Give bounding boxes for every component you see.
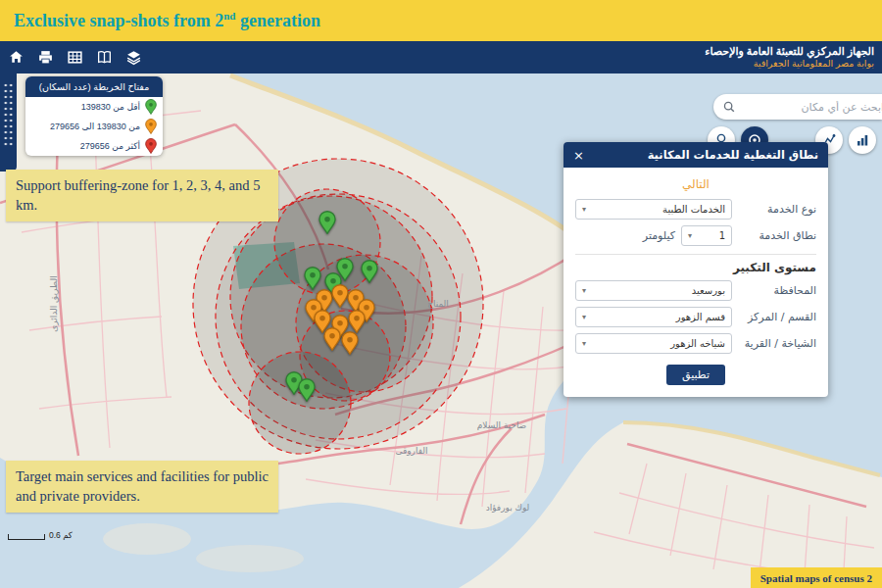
- org-block: الجهاز المركزي للتعبئة العامة والإحصاء ب…: [705, 45, 874, 71]
- org-subtitle: بوابة مصر المعلوماتية الجغرافية: [705, 58, 874, 70]
- village-label: الشياخة / القرية: [738, 337, 816, 350]
- village-value: شياخه الزهور: [670, 338, 725, 349]
- scale-line: [8, 534, 45, 540]
- drag-dots-icon: [3, 82, 14, 147]
- service-range-unit: كيلومتر: [643, 229, 675, 242]
- orange-pin-icon: [145, 119, 157, 134]
- table-icon[interactable]: [67, 49, 83, 66]
- side-drawer-handle[interactable]: [0, 74, 17, 172]
- apply-button[interactable]: تطبيق: [666, 365, 725, 385]
- scale-bar: 0.6 كم: [8, 530, 73, 540]
- coverage-dialog: نطاق التغطية للخدمات المكانية × التالي ن…: [564, 142, 828, 397]
- footer-caption: Spatial maps of census 2: [751, 567, 882, 588]
- org-title: الجهاز المركزي للتعبئة العامة والإحصاء: [705, 45, 874, 59]
- orange-map-pin[interactable]: [341, 331, 359, 359]
- navbar: الجهاز المركزي للتعبئة العامة والإحصاء ب…: [0, 41, 882, 74]
- print-icon[interactable]: [37, 49, 54, 66]
- caret-down-icon: ▾: [582, 313, 586, 321]
- search-bar: [713, 94, 882, 120]
- dialog-title: نطاق التغطية للخدمات المكانية: [648, 148, 818, 162]
- nav-icons: [8, 49, 142, 66]
- buffer-note: Support buffering-zone for 1, 2, 3, 4, a…: [6, 170, 278, 221]
- legend-item: من 139830 الى 279656: [25, 117, 163, 136]
- map-place-label: الفاروقى: [395, 446, 427, 456]
- layers-icon[interactable]: [125, 49, 142, 66]
- map-place-label: لوك بورفؤاد: [486, 503, 530, 513]
- map-canvas[interactable]: المناخضاحية السلامالفاروقىلوك بورفؤادالط…: [0, 74, 882, 588]
- statistics-tool-button[interactable]: [849, 126, 876, 154]
- top-banner: Exclusive snap-shots from 2nd generation: [0, 0, 882, 41]
- green-pin-icon: [145, 99, 157, 115]
- legend-title: مفتاح الخريطة (عدد السكان): [25, 76, 163, 97]
- governorate-select[interactable]: بورسعيد▾: [575, 280, 732, 301]
- next-link[interactable]: التالي: [575, 177, 816, 191]
- service-type-value: الخدمات الطبية: [662, 204, 725, 215]
- legend-items: أقل من 139830من 139830 الى 279656أكثر من…: [25, 97, 163, 156]
- legend-item: أقل من 139830: [25, 97, 163, 117]
- orange-map-pin[interactable]: [323, 327, 341, 355]
- legend-panel: مفتاح الخريطة (عدد السكان) أقل من 139830…: [25, 76, 163, 156]
- caret-down-icon: ▾: [582, 205, 586, 214]
- target-note: Target main services and facilities for …: [6, 461, 278, 513]
- service-range-label: نطاق الخدمة: [738, 229, 816, 242]
- home-icon[interactable]: [8, 49, 24, 66]
- service-range-select[interactable]: 1▾: [681, 225, 732, 246]
- legend-item: أكثر من 279656: [25, 136, 163, 156]
- caret-down-icon: ▾: [582, 339, 586, 348]
- search-input[interactable]: [740, 100, 882, 115]
- service-range-value: 1: [719, 230, 725, 241]
- caret-down-icon: ▾: [582, 286, 586, 295]
- district-label: القسم / المركز: [738, 311, 816, 323]
- zoom-section-title: مستوى التكبير: [575, 261, 816, 274]
- red-pin-icon: [145, 138, 157, 154]
- green-map-pin[interactable]: [361, 260, 378, 287]
- governorate-label: المحافظة: [738, 284, 816, 297]
- service-type-select[interactable]: الخدمات الطبية▾: [575, 199, 732, 220]
- service-type-label: نوع الخدمة: [738, 203, 816, 216]
- village-select[interactable]: شياخه الزهور▾: [575, 333, 732, 354]
- banner-title: Exclusive snap-shots from 2nd generation: [14, 10, 320, 31]
- close-icon[interactable]: ×: [573, 149, 584, 162]
- map-place-label: ضاحية السلام: [477, 420, 527, 430]
- district-value: قسم الزهور: [676, 312, 725, 322]
- green-map-pin[interactable]: [318, 211, 336, 238]
- search-icon[interactable]: [722, 100, 736, 114]
- dialog-header: نطاق التغطية للخدمات المكانية ×: [564, 142, 828, 168]
- app-window: Exclusive snap-shots from 2nd generation…: [0, 0, 882, 588]
- caret-down-icon: ▾: [688, 231, 692, 240]
- governorate-value: بورسعيد: [692, 285, 725, 296]
- divider: [575, 254, 816, 255]
- atlas-icon[interactable]: [96, 49, 113, 66]
- green-map-pin[interactable]: [298, 378, 316, 406]
- map-place-label: الطريق الدائرى: [49, 275, 59, 331]
- district-select[interactable]: قسم الزهور▾: [575, 307, 732, 327]
- dialog-body: التالي نوع الخدمة الخدمات الطبية▾ نطاق ا…: [564, 168, 828, 397]
- map-place-label: المناخ: [427, 299, 449, 309]
- scale-label: 0.6 كم: [49, 530, 73, 540]
